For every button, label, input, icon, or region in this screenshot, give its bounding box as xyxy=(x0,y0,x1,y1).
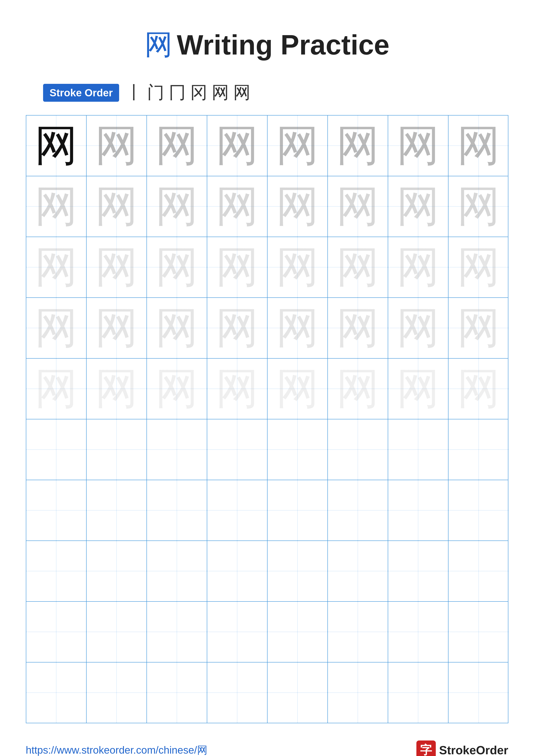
grid-cell[interactable]: 网 xyxy=(147,359,207,419)
practice-char: 网 xyxy=(457,307,500,350)
grid-cell[interactable]: 网 xyxy=(207,176,267,237)
grid-cell[interactable]: 网 xyxy=(448,298,509,358)
grid-cell-empty[interactable] xyxy=(26,480,87,540)
practice-char: 网 xyxy=(155,307,198,350)
grid-cell-empty[interactable] xyxy=(207,662,267,723)
grid-cell[interactable]: 网 xyxy=(87,237,147,297)
page: 网 Writing Practice Stroke Order 丨 门 冂 冈 … xyxy=(0,0,534,756)
grid-cell-empty[interactable] xyxy=(328,419,388,480)
grid-cell-empty[interactable] xyxy=(267,480,328,540)
grid-cell-empty[interactable] xyxy=(388,541,448,601)
practice-char: 网 xyxy=(276,246,319,289)
grid-cell[interactable]: 网 xyxy=(388,237,448,297)
grid-cell-empty[interactable] xyxy=(207,480,267,540)
practice-char: 网 xyxy=(216,124,259,167)
grid-cell[interactable]: 网 xyxy=(328,176,388,237)
grid-cell-empty[interactable] xyxy=(267,541,328,601)
grid-cell-empty[interactable] xyxy=(207,419,267,480)
grid-cell[interactable]: 网 xyxy=(328,116,388,176)
grid-cell[interactable]: 网 xyxy=(448,176,509,237)
grid-cell[interactable]: 网 xyxy=(87,176,147,237)
grid-cell-empty[interactable] xyxy=(267,419,328,480)
grid-cell-empty[interactable] xyxy=(147,541,207,601)
grid-cell-empty[interactable] xyxy=(448,662,509,723)
grid-cell-empty[interactable] xyxy=(147,480,207,540)
grid-cell-empty[interactable] xyxy=(448,541,509,601)
grid-cell-empty[interactable] xyxy=(388,419,448,480)
grid-cell[interactable]: 网 xyxy=(388,359,448,419)
grid-cell-empty[interactable] xyxy=(147,602,207,662)
grid-cell[interactable]: 网 xyxy=(87,298,147,358)
practice-char: 网 xyxy=(276,185,319,228)
grid-cell[interactable]: 网 xyxy=(87,116,147,176)
grid-cell-empty[interactable] xyxy=(87,662,147,723)
strokeorder-logo-icon: 字 xyxy=(417,741,436,756)
grid-row-empty xyxy=(26,480,508,541)
grid-cell[interactable]: 网 xyxy=(388,116,448,176)
grid-cell-empty[interactable] xyxy=(448,419,509,480)
grid-cell-empty[interactable] xyxy=(26,602,87,662)
grid-cell-empty[interactable] xyxy=(328,541,388,601)
grid-cell-empty[interactable] xyxy=(388,662,448,723)
grid-cell-empty[interactable] xyxy=(328,662,388,723)
grid-cell[interactable]: 网 xyxy=(207,237,267,297)
grid-cell-empty[interactable] xyxy=(147,419,207,480)
grid-cell[interactable]: 网 xyxy=(26,237,87,297)
grid-cell[interactable]: 网 xyxy=(267,176,328,237)
grid-cell-empty[interactable] xyxy=(147,662,207,723)
grid-cell[interactable]: 网 xyxy=(267,298,328,358)
grid-cell[interactable]: 网 xyxy=(388,176,448,237)
stroke-order-row: Stroke Order 丨 门 冂 冈 网 网 xyxy=(43,81,250,104)
grid-cell[interactable]: 网 xyxy=(448,116,509,176)
grid-cell-empty[interactable] xyxy=(87,480,147,540)
grid-cell[interactable]: 网 xyxy=(26,359,87,419)
title-row: 网 Writing Practice xyxy=(144,26,390,64)
grid-cell-empty[interactable] xyxy=(388,480,448,540)
grid-cell[interactable]: 网 xyxy=(147,237,207,297)
grid-row: 网 网 网 网 网 网 网 网 xyxy=(26,176,508,237)
practice-char: 网 xyxy=(216,307,259,350)
practice-char: 网 xyxy=(396,307,440,350)
grid-cell-empty[interactable] xyxy=(448,602,509,662)
grid-cell-empty[interactable] xyxy=(267,662,328,723)
practice-char: 网 xyxy=(35,124,78,167)
grid-cell-empty[interactable] xyxy=(448,480,509,540)
grid-cell-empty[interactable] xyxy=(87,541,147,601)
grid-cell[interactable]: 网 xyxy=(328,237,388,297)
grid-cell[interactable]: 网 xyxy=(87,359,147,419)
grid-cell[interactable]: 网 xyxy=(328,298,388,358)
grid-cell[interactable]: 网 xyxy=(448,237,509,297)
grid-cell-empty[interactable] xyxy=(87,419,147,480)
grid-cell[interactable]: 网 xyxy=(388,298,448,358)
grid-cell-empty[interactable] xyxy=(388,602,448,662)
grid-cell[interactable]: 网 xyxy=(147,298,207,358)
grid-cell-empty[interactable] xyxy=(207,541,267,601)
stroke-4: 冈 xyxy=(190,81,207,104)
footer-url[interactable]: https://www.strokeorder.com/chinese/网 xyxy=(26,743,207,756)
grid-cell[interactable]: 网 xyxy=(207,298,267,358)
practice-char: 网 xyxy=(336,367,379,410)
practice-char: 网 xyxy=(276,307,319,350)
grid-cell[interactable]: 网 xyxy=(207,359,267,419)
grid-cell[interactable]: 网 xyxy=(207,116,267,176)
grid-cell-empty[interactable] xyxy=(87,602,147,662)
grid-cell-empty[interactable] xyxy=(207,602,267,662)
grid-cell-empty[interactable] xyxy=(26,541,87,601)
grid-cell[interactable]: 网 xyxy=(267,237,328,297)
grid-cell[interactable]: 网 xyxy=(147,116,207,176)
grid-cell[interactable]: 网 xyxy=(26,176,87,237)
grid-cell[interactable]: 网 xyxy=(26,298,87,358)
grid-cell[interactable]: 网 xyxy=(26,116,87,176)
practice-char: 网 xyxy=(216,367,259,410)
grid-cell[interactable]: 网 xyxy=(267,359,328,419)
grid-row-empty xyxy=(26,602,508,662)
grid-cell[interactable]: 网 xyxy=(328,359,388,419)
grid-cell-empty[interactable] xyxy=(328,480,388,540)
grid-cell-empty[interactable] xyxy=(26,662,87,723)
grid-cell-empty[interactable] xyxy=(328,602,388,662)
grid-cell-empty[interactable] xyxy=(267,602,328,662)
grid-cell[interactable]: 网 xyxy=(147,176,207,237)
grid-cell[interactable]: 网 xyxy=(267,116,328,176)
grid-cell-empty[interactable] xyxy=(26,419,87,480)
grid-cell[interactable]: 网 xyxy=(448,359,509,419)
